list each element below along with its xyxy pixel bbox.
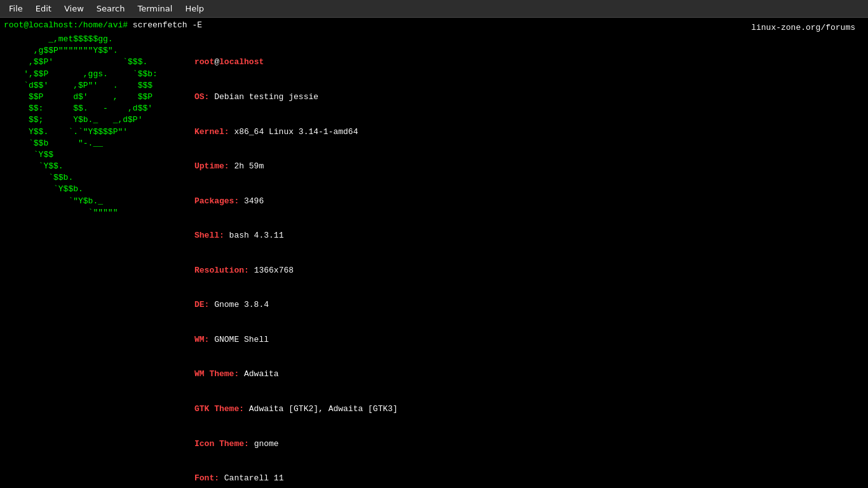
- gtk-theme-label: GTK Theme:: [194, 404, 244, 414]
- resolution-label: Resolution:: [194, 266, 249, 275]
- wm-value: GNOME Shell: [209, 335, 269, 344]
- gtk-theme-value: Adwaita [GTK2], Adwaita [GTK3]: [244, 404, 398, 414]
- icon-theme-label: Icon Theme:: [194, 439, 249, 449]
- sysinfo: root@localhost OS: Debian testing jessie…: [188, 34, 398, 488]
- menu-help[interactable]: Help: [179, 3, 210, 15]
- menu-search[interactable]: Search: [90, 3, 132, 15]
- at-sign: @: [214, 57, 219, 67]
- terminal-content: _,met$$$$$gg. ,g$$P"""""""Y$$". ,$$P' `$…: [4, 34, 864, 488]
- menu-terminal[interactable]: Terminal: [131, 3, 179, 15]
- menu-edit[interactable]: Edit: [29, 3, 58, 15]
- wm-theme-value: Adwaita: [239, 369, 278, 379]
- sysinfo-de: DE: Gnome 3.8.4: [194, 299, 398, 311]
- sysinfo-gtk-theme: GTK Theme: Adwaita [GTK2], Adwaita [GTK3…: [194, 403, 398, 415]
- shell-label: Shell:: [194, 231, 224, 240]
- uptime-value: 2h 59m: [229, 161, 264, 171]
- sysinfo-os: OS: Debian testing jessie: [194, 92, 398, 103]
- command-prompt: root@localhost:/home/avi#: [4, 20, 128, 30]
- sysinfo-shell: Shell: bash 4.3.11: [194, 230, 398, 241]
- menu-view[interactable]: View: [58, 3, 90, 15]
- sysinfo-packages: Packages: 3496: [194, 196, 398, 207]
- command-text: screenfetch -E: [128, 20, 202, 30]
- command-line: root@localhost:/home/avi# screenfetch -E: [4, 20, 864, 30]
- sysinfo-font: Font: Cantarell 11: [194, 473, 398, 484]
- menubar: File Edit View Search Terminal Help: [0, 0, 868, 18]
- wm-theme-label: WM Theme:: [194, 369, 239, 379]
- sysinfo-icon-theme: Icon Theme: gnome: [194, 438, 398, 450]
- hostname: localhost: [219, 57, 264, 67]
- sysinfo-userhost: root@localhost: [194, 57, 398, 68]
- os-label: OS:: [194, 92, 209, 102]
- sysinfo-resolution: Resolution: 868x488: [194, 265, 398, 276]
- terminal[interactable]: linux-zone.org/forums root@localhost:/ho…: [0, 18, 868, 488]
- sysinfo-wm-theme: WM Theme: Adwaita: [194, 369, 398, 380]
- packages-label: Packages:: [194, 196, 239, 206]
- de-label: DE:: [194, 300, 209, 309]
- uptime-label: Uptime:: [194, 161, 229, 171]
- menu-file[interactable]: File: [3, 3, 29, 15]
- packages-value: 3496: [239, 196, 264, 206]
- sysinfo-uptime: Uptime: 2h 59m: [194, 161, 398, 172]
- username: root: [194, 57, 214, 67]
- ascii-art: _,met$$$$$gg. ,g$$P"""""""Y$$". ,$$P' `$…: [4, 34, 188, 488]
- wm-label: WM:: [194, 335, 209, 344]
- font-value: Cantarell 11: [219, 473, 283, 483]
- de-value: Gnome 3.8.4: [209, 300, 269, 309]
- os-value: Debian testing jessie: [209, 92, 318, 102]
- kernel-label: Kernel:: [194, 127, 229, 137]
- sysinfo-wm: WM: GNOME Shell: [194, 334, 398, 346]
- font-label: Font:: [194, 473, 219, 483]
- kernel-value: x86_64 Linux 3.14-1-amd64: [229, 127, 358, 137]
- sysinfo-kernel: Kernel: x86_64 Linux 3.14-1-amd64: [194, 126, 398, 138]
- website-link: linux-zone.org/forums: [751, 23, 855, 32]
- shell-value: bash 4.3.11: [224, 231, 284, 240]
- icon-theme-value: gnome: [249, 439, 279, 449]
- resolution-value: 868x488: [249, 266, 294, 275]
